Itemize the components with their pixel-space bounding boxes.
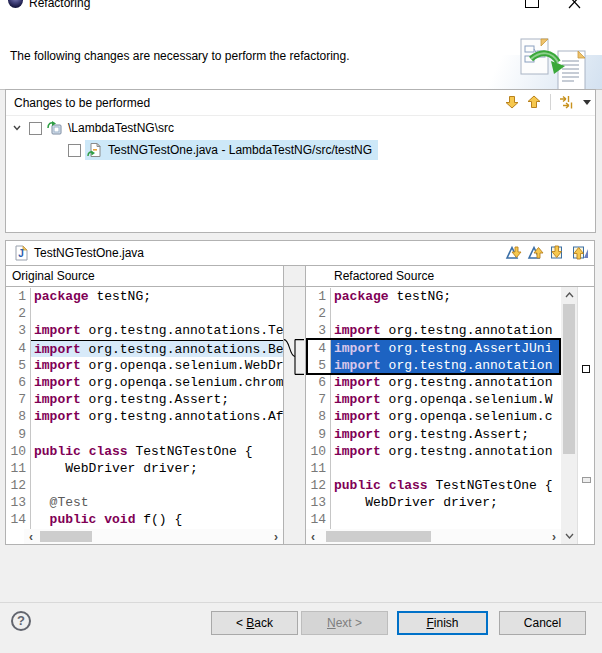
column-headers: Original Source Refactored Source	[6, 265, 594, 287]
code-line[interactable]: import org.testng.annotation	[331, 374, 561, 391]
vertical-scroll-thumb[interactable]	[563, 304, 575, 454]
changes-panel-title: Changes to be performed	[14, 96, 150, 110]
line-number: 11	[306, 460, 330, 477]
refactored-source-pane[interactable]: 1234567891011121314 package testNG;impor…	[306, 288, 561, 529]
code-lines-left[interactable]: package testNG;import org.testng.annotat…	[31, 288, 283, 529]
previous-difference-icon[interactable]	[527, 244, 545, 261]
move-up-icon[interactable]	[526, 94, 542, 110]
maximize-button[interactable]	[525, 0, 539, 8]
line-number: 6	[6, 374, 30, 391]
code-line[interactable]	[331, 305, 561, 322]
line-number: 10	[306, 443, 330, 460]
file-change-icon	[87, 142, 103, 158]
cancel-button[interactable]: Cancel	[499, 611, 586, 635]
code-line[interactable]: import org.openqa.selenium.chrom	[31, 374, 283, 391]
scroll-right-icon[interactable]: ›	[269, 529, 283, 544]
code-line[interactable]	[31, 426, 283, 443]
code-line[interactable]: public void f() {	[31, 511, 283, 528]
next-button[interactable]: Next >	[301, 611, 388, 635]
previous-change-icon[interactable]	[571, 244, 589, 261]
code-line[interactable]: import org.testng.annotation	[331, 322, 561, 339]
code-line[interactable]	[31, 477, 283, 494]
dropdown-caret-icon[interactable]	[583, 100, 591, 105]
back-button[interactable]: < Back	[211, 611, 298, 635]
horizontal-scrollbar-left[interactable]: ‹ ›	[24, 529, 283, 544]
code-line[interactable]: package testNG;	[331, 288, 561, 305]
diff-connector-strip	[283, 287, 306, 544]
tree-item-label: \LambdaTestNG\src	[68, 121, 174, 135]
line-number: 1	[6, 288, 30, 305]
scroll-right-icon[interactable]: ›	[547, 529, 561, 544]
changes-panel-header: Changes to be performed	[6, 90, 595, 116]
line-number: 13	[6, 494, 30, 511]
code-line[interactable]: @Test	[31, 494, 283, 511]
line-number: 4	[6, 340, 30, 357]
tree-item-label: TestNGTestOne.java - LambdaTestNG/src/te…	[108, 143, 372, 157]
eclipse-app-icon	[8, 0, 23, 8]
code-line[interactable]	[31, 305, 283, 322]
checkbox-src-folder[interactable]	[29, 122, 42, 135]
changes-toolbar	[504, 94, 591, 110]
titlebar[interactable]: Refactoring	[0, 0, 602, 13]
diff-marker[interactable]	[582, 477, 591, 483]
scroll-up-icon[interactable]	[561, 287, 577, 303]
code-line[interactable]: import org.testng.Assert;	[331, 426, 561, 443]
line-number: 1	[306, 288, 330, 305]
filter-changes-icon[interactable]	[559, 94, 575, 110]
line-number: 2	[306, 305, 330, 322]
next-change-icon[interactable]	[549, 244, 567, 261]
code-line[interactable]: public class TestNGTestOne {	[331, 477, 561, 494]
code-lines-right[interactable]: package testNG;import org.testng.annotat…	[331, 288, 561, 529]
code-line[interactable]	[331, 460, 561, 477]
line-number: 3	[6, 322, 30, 339]
code-line[interactable]: import org.testng.Assert;	[31, 391, 283, 408]
compare-file-name: TestNGTestOne.java	[34, 246, 144, 260]
finish-button[interactable]: Finish	[397, 611, 488, 635]
help-button[interactable]: ?	[11, 611, 31, 631]
code-line[interactable]: import org.testng.annotations.Be	[31, 340, 283, 357]
diff-marker-current[interactable]	[582, 365, 590, 373]
horizontal-scroll-thumb[interactable]	[326, 531, 431, 542]
code-line[interactable]	[331, 511, 561, 528]
scroll-down-icon[interactable]	[561, 528, 577, 544]
vertical-scrollbar[interactable]	[561, 287, 577, 544]
code-line[interactable]: import org.testng.annotation	[331, 443, 561, 460]
close-button[interactable]	[568, 0, 582, 10]
code-line[interactable]: import org.openqa.selenium.WebDr	[31, 357, 283, 374]
line-number: 13	[306, 494, 330, 511]
preview-panel: J TestNGTestOne.java	[5, 240, 595, 545]
code-line[interactable]: import org.openqa.selenium.W	[331, 391, 561, 408]
scroll-left-icon[interactable]: ‹	[24, 529, 38, 544]
move-down-icon[interactable]	[504, 94, 520, 110]
expander-chevron-icon[interactable]	[12, 123, 22, 133]
refactored-source-header: Refactored Source	[306, 266, 594, 286]
original-source-pane[interactable]: 1234567891011121314 package testNG;impor…	[6, 288, 283, 529]
code-line[interactable]: import org.openqa.selenium.c	[331, 408, 561, 425]
code-line[interactable]: import org.testng.annotations.Af	[31, 408, 283, 425]
tree-item-java-file[interactable]: TestNGTestOne.java - LambdaTestNG/src/te…	[6, 139, 595, 161]
code-line[interactable]: package testNG;	[31, 288, 283, 305]
code-line[interactable]: import org.testng.annotations.Te	[31, 322, 283, 339]
overview-ruler[interactable]	[577, 287, 594, 544]
footer-separator	[0, 602, 602, 603]
line-number: 5	[6, 357, 30, 374]
line-number: 14	[306, 511, 330, 528]
next-difference-icon[interactable]	[505, 244, 523, 261]
checkbox-java-file[interactable]	[68, 144, 81, 157]
package-change-icon	[47, 120, 63, 136]
line-number: 12	[306, 477, 330, 494]
horizontal-scrollbar-right[interactable]: ‹ ›	[306, 529, 561, 544]
tree-selection[interactable]: TestNGTestOne.java - LambdaTestNG/src/te…	[85, 140, 378, 160]
line-number: 14	[6, 511, 30, 528]
line-number: 8	[6, 408, 30, 425]
line-number: 10	[6, 443, 30, 460]
scroll-left-icon[interactable]: ‹	[306, 529, 320, 544]
tree-item-src-folder[interactable]: \LambdaTestNG\src	[6, 117, 595, 139]
code-line[interactable]: import org.testng.annotation	[331, 357, 561, 374]
code-line[interactable]: public class TestNGTestOne {	[31, 443, 283, 460]
code-line[interactable]: import org.testng.AssertJUni	[331, 340, 561, 357]
line-number: 5	[306, 357, 330, 374]
code-line[interactable]: WebDriver driver;	[31, 460, 283, 477]
horizontal-scroll-thumb[interactable]	[40, 531, 92, 542]
code-line[interactable]: WebDriver driver;	[331, 494, 561, 511]
